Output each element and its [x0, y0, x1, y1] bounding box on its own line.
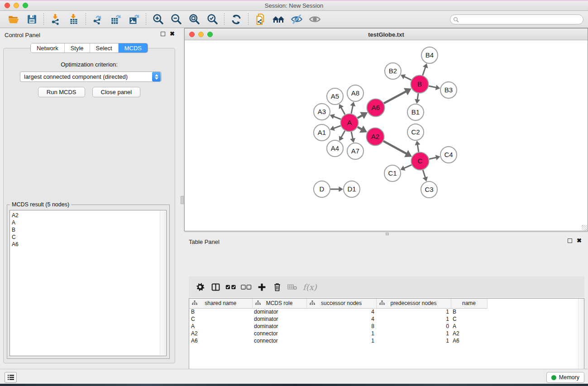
edge-B-B1[interactable] — [417, 93, 418, 100]
float-table-panel-icon[interactable] — [568, 238, 572, 243]
tab-select[interactable]: Select — [90, 43, 118, 52]
deselect-all-checkboxes-icon[interactable] — [239, 280, 254, 294]
edge-A-A1[interactable] — [334, 126, 341, 129]
edge-C-C2[interactable] — [417, 144, 419, 152]
network-graph[interactable]: B4B2BB3A8A5A6A3B1AA1C2A2A4A7C4CC1DD1C3 — [185, 40, 588, 231]
edge-C-C3[interactable] — [423, 170, 425, 178]
show-panels-button[interactable] — [5, 372, 17, 383]
delete-column-icon[interactable] — [269, 280, 285, 294]
result-list-item[interactable]: B — [12, 226, 166, 234]
table-cell[interactable]: 1 — [306, 337, 376, 344]
zoom-in-icon[interactable] — [149, 12, 167, 27]
edge-C-C1[interactable] — [404, 165, 411, 168]
table-cell[interactable]: dominator — [252, 315, 306, 323]
result-list-item[interactable]: C — [12, 234, 166, 241]
edge-B-B2[interactable] — [404, 76, 411, 80]
hide-selected-icon[interactable] — [287, 12, 306, 27]
memory-button[interactable]: Memory — [546, 372, 584, 383]
export-network-icon[interactable] — [89, 12, 107, 27]
tab-style[interactable]: Style — [64, 43, 90, 52]
table-row[interactable]: Bdominator41B — [189, 308, 578, 315]
table-cell[interactable]: 4 — [306, 315, 376, 323]
table-row[interactable]: A6connector11A6 — [189, 337, 578, 344]
column-header-shared-name[interactable]: shared name — [189, 299, 252, 308]
result-list-item[interactable]: A2 — [12, 212, 166, 219]
edge-A-A8[interactable] — [351, 105, 353, 114]
table-cell[interactable]: A2 — [451, 330, 487, 337]
save-session-icon[interactable] — [23, 12, 41, 27]
table-row[interactable]: A2connector11A2 — [189, 330, 578, 337]
column-header-successor-nodes[interactable]: successor nodes — [306, 299, 376, 308]
edge-A-A3[interactable] — [334, 116, 341, 119]
table-cell[interactable]: connector — [252, 330, 306, 337]
table-cell[interactable]: A — [451, 323, 487, 330]
edge-B-B3[interactable] — [429, 86, 436, 87]
table-cell[interactable]: connector — [252, 337, 306, 344]
table-cell[interactable]: A6 — [189, 337, 252, 344]
column-header-mcds-role[interactable]: MCDS role — [252, 299, 306, 308]
edge-A6-B[interactable] — [384, 91, 406, 103]
result-list-item[interactable]: A — [12, 219, 166, 226]
network-canvas[interactable]: B4B2BB3A8A5A6A3B1AA1C2A2A4A7C4CC1DD1C3 — [185, 40, 588, 231]
mcds-result-list[interactable]: A2ABCA6 — [10, 210, 167, 356]
settings-gear-icon[interactable] — [192, 280, 208, 294]
edge-A-A5[interactable] — [341, 107, 345, 114]
edge-A-A6[interactable] — [358, 115, 363, 118]
table-cell[interactable]: B — [451, 308, 487, 315]
table-cell[interactable]: 1 — [306, 330, 376, 337]
table-cell[interactable]: 8 — [306, 323, 376, 330]
table-cell[interactable]: B — [189, 308, 252, 315]
result-list-scrollbar[interactable] — [160, 211, 166, 355]
table-cell[interactable]: C — [189, 315, 252, 323]
column-header-name[interactable]: name — [451, 299, 487, 308]
show-columns-icon[interactable] — [208, 280, 223, 294]
zoom-selected-icon[interactable] — [203, 12, 221, 27]
search-input[interactable] — [461, 16, 583, 23]
tab-network[interactable]: Network — [31, 43, 64, 52]
refresh-view-icon[interactable] — [227, 12, 245, 27]
table-cell[interactable]: 1 — [376, 337, 451, 344]
window-resize-grip[interactable] — [582, 225, 587, 230]
import-network-icon[interactable] — [47, 12, 65, 27]
new-network-from-selection-icon[interactable] — [251, 12, 269, 27]
add-column-icon[interactable] — [254, 280, 269, 294]
table-cell[interactable]: 4 — [306, 308, 376, 315]
tab-mcds[interactable]: MCDS — [118, 43, 148, 52]
delete-table-icon[interactable] — [285, 280, 300, 294]
close-table-panel-icon[interactable]: ✖ — [577, 238, 582, 243]
table-cell[interactable]: A2 — [189, 330, 252, 337]
result-list-item[interactable]: A6 — [12, 241, 166, 248]
table-cell[interactable]: 1 — [376, 330, 451, 337]
close-panel-icon[interactable]: ✖ — [170, 32, 175, 36]
edge-B-B4[interactable] — [423, 67, 425, 76]
select-all-checkboxes-icon[interactable] — [223, 280, 239, 294]
column-header-predecessor-nodes[interactable]: predecessor nodes — [376, 299, 451, 308]
table-cell[interactable]: A6 — [451, 337, 487, 344]
edge-C-C4[interactable] — [429, 157, 436, 159]
edge-A2-C[interactable] — [383, 141, 406, 154]
table-row[interactable]: Adominator80A — [189, 323, 578, 330]
table-cell[interactable]: dominator — [252, 308, 306, 315]
table-cell[interactable]: 1 — [376, 315, 451, 323]
close-panel-button[interactable]: Close panel — [92, 87, 141, 97]
optimization-criterion-dropdown[interactable]: largest connected component (directed) — [20, 71, 162, 82]
node-table-grid[interactable]: shared nameMCDS rolesuccessor nodesprede… — [189, 299, 578, 344]
table-cell[interactable]: 0 — [376, 323, 451, 330]
zoom-out-icon[interactable] — [167, 12, 185, 27]
table-cell[interactable]: C — [451, 315, 487, 323]
home-icon[interactable] — [269, 12, 287, 27]
open-session-icon[interactable] — [5, 12, 23, 27]
show-all-icon[interactable] — [306, 12, 324, 27]
table-cell[interactable]: dominator — [252, 323, 306, 330]
float-panel-icon[interactable] — [161, 32, 165, 36]
table-cell[interactable]: 1 — [376, 308, 451, 315]
edge-A-A2[interactable] — [358, 127, 362, 129]
import-table-icon[interactable] — [65, 12, 83, 27]
export-image-icon[interactable] — [125, 12, 143, 27]
run-mcds-button[interactable]: Run MCDS — [38, 87, 85, 97]
edge-A-A7[interactable] — [351, 132, 353, 139]
search-field[interactable] — [450, 14, 583, 24]
table-row[interactable]: Cdominator41C — [189, 315, 578, 323]
zoom-fit-icon[interactable] — [185, 12, 203, 27]
edge-A-A4[interactable] — [341, 131, 345, 138]
